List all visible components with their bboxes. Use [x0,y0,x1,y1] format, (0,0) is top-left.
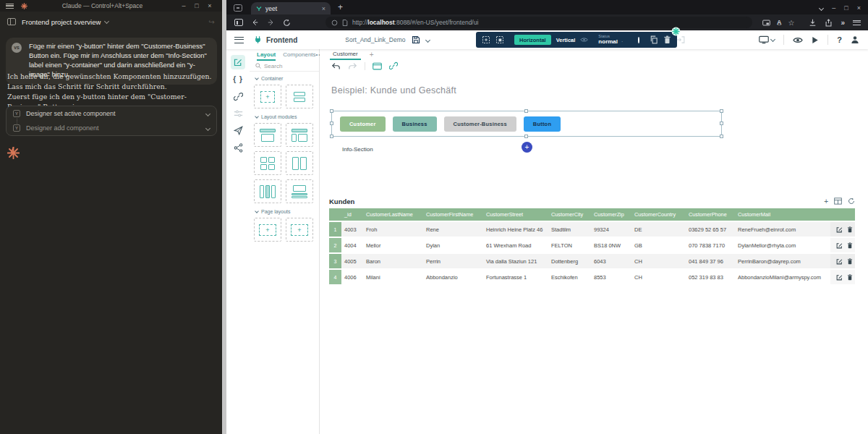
panel-tab-layout[interactable]: Layout [257,51,276,61]
canvas-tab-customer[interactable]: Customer [330,51,361,60]
copy-icon[interactable] [650,35,658,44]
delete-icon[interactable] [663,35,671,44]
browser-close-button[interactable]: × [857,4,861,12]
table-row[interactable]: 14003FrohReneHeinrich Heine Platz 46Stad… [329,222,855,237]
table-row[interactable]: 24004MellorDylan61 Wrexham RoadFELTONBS1… [329,238,855,252]
browser-minimize-button[interactable]: – [832,4,835,12]
redo-icon[interactable] [348,62,357,70]
visibility-toggle-icon[interactable] [580,37,588,43]
address-bar[interactable]: http://localhost:8088/#/en-US/yeet/front… [326,17,752,28]
section-layout-modules-header[interactable]: Layout modules [250,110,319,122]
orientation-vertical-button[interactable]: Vertical [556,37,576,43]
user-account-icon[interactable] [851,35,859,44]
document-icon[interactable] [342,20,348,26]
run-play-icon[interactable] [812,36,819,44]
table-add-row-icon[interactable]: + [824,197,828,205]
tile-layout-body-footer[interactable] [286,179,313,203]
section-page-layouts-header[interactable]: Page layouts [250,205,319,216]
row-edit-icon[interactable] [836,258,843,265]
help-button[interactable]: ? [837,35,842,44]
status-selector[interactable]: Status normal [598,35,618,46]
translate-icon[interactable]: A̲ [777,19,782,26]
tab-close-icon[interactable]: × [322,5,326,12]
tile-stack-container[interactable] [286,85,313,109]
select-component-icon[interactable] [495,35,504,44]
rail-settings-tab[interactable] [231,106,245,121]
insert-component-icon[interactable] [676,35,685,44]
orientation-horizontal-button[interactable]: Horizontal [514,35,551,45]
save-icon[interactable] [412,35,420,44]
add-component-fab[interactable]: + [522,142,532,153]
tile-layout-three-columns[interactable] [254,179,281,203]
tool-call-row-set-active[interactable]: Y Designer set active component [7,106,216,121]
row-delete-icon[interactable] [847,226,853,233]
row-delete-icon[interactable] [847,242,853,249]
rail-publish-tab[interactable] [231,123,245,137]
tab-list-chevron-icon[interactable] [819,5,824,10]
canvas-button-button[interactable]: Button [524,116,561,132]
download-icon[interactable] [809,19,817,27]
row-delete-icon[interactable] [847,274,853,281]
claude-maximize-button[interactable]: □ [190,2,203,9]
browser-sidebar-icon[interactable] [234,19,243,26]
tile-layout-header-body[interactable] [254,123,281,147]
rail-share-tab[interactable] [231,140,245,155]
state-dot-outline[interactable] [638,37,639,43]
sidebar-toggle-icon[interactable] [7,18,16,25]
share-icon[interactable] [825,19,833,27]
preview-eye-icon[interactable] [793,36,803,44]
reload-icon[interactable] [283,19,291,27]
share-arrow-icon[interactable]: ↪ [209,18,215,26]
search-input[interactable] [264,63,307,69]
canvas-button-customer-business[interactable]: Customer-Business [444,116,516,132]
table-row[interactable]: 34005BaronPerrinVia dalla Staziun 121Dot… [329,254,855,268]
info-section-label[interactable]: Info-Section [342,146,373,153]
tile-empty-container[interactable]: + [254,85,281,109]
app-menu-icon[interactable] [234,37,244,43]
claude-minimize-button[interactable]: – [177,2,190,9]
section-container-header[interactable]: Container [250,72,319,83]
picture-in-picture-icon[interactable] [762,20,770,26]
selection-outline[interactable]: CustomerBusinessCustomer-BusinessButton [331,111,722,137]
project-name[interactable]: Sort_And_Link_Demo [345,36,405,43]
table-refresh-icon[interactable] [848,197,855,205]
extensions-overflow-icon[interactable]: » [841,19,845,27]
chevron-down-icon[interactable] [205,125,210,130]
window-preview-icon[interactable] [373,62,382,70]
forward-icon[interactable] [267,19,275,26]
rail-code-tab[interactable]: { } [231,72,245,86]
link-mode-icon[interactable] [389,61,398,70]
claude-close-button[interactable]: × [203,2,216,9]
canvas-button-business[interactable]: Business [393,116,437,132]
tile-layout-grid-2x2[interactable] [254,151,281,175]
undo-icon[interactable] [331,62,341,70]
project-title[interactable]: Frontend project overview [22,18,101,26]
row-edit-icon[interactable] [836,226,843,233]
chevron-down-icon[interactable] [205,111,210,116]
tile-page-layout-blank-2[interactable]: + [286,218,313,242]
component-search[interactable] [250,61,319,72]
new-tab-button[interactable]: + [338,2,343,12]
panel-tab-components[interactable]: Components [283,51,315,61]
rail-design-tab[interactable] [231,55,245,69]
claude-menu-icon[interactable] [6,4,14,9]
canvas-add-tab-button[interactable]: + [370,51,374,60]
select-area-icon[interactable] [482,35,490,44]
table-columns-icon[interactable] [834,197,842,205]
site-info-icon[interactable] [331,20,338,26]
tile-page-layout-blank[interactable]: + [254,218,281,242]
canvas-button-customer[interactable]: Customer [340,116,386,132]
device-preview-selector[interactable] [759,35,775,44]
row-edit-icon[interactable] [836,274,843,281]
back-icon[interactable] [251,19,259,26]
table-row[interactable]: 44006MilaniAbbondanzioFortunastrasse 1Es… [329,270,855,284]
chevron-down-icon[interactable] [104,18,109,23]
browser-maximize-button[interactable]: □ [844,4,848,12]
rail-link-tab[interactable] [231,89,245,103]
row-delete-icon[interactable] [847,258,853,265]
bookmark-star-icon[interactable]: ☆ [788,19,795,27]
project-chevron-icon[interactable] [425,37,430,42]
row-edit-icon[interactable] [836,242,843,249]
tile-layout-two-columns[interactable] [286,151,313,175]
tool-call-row-add-component[interactable]: Y Designer add component [7,121,216,135]
